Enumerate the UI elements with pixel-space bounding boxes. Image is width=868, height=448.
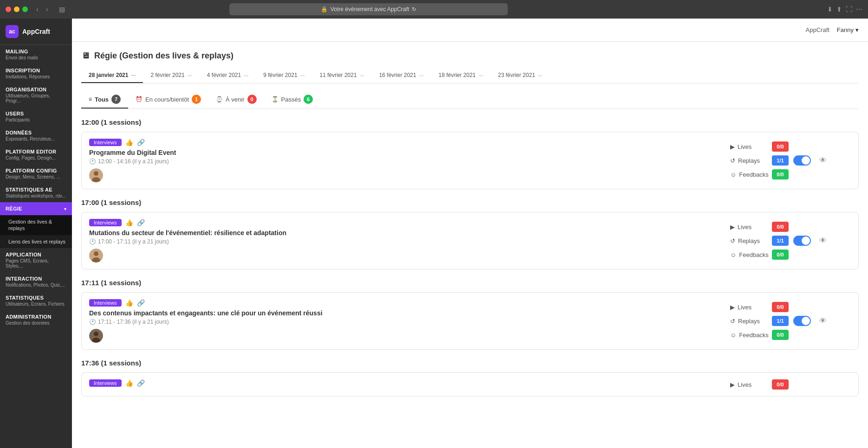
filter-tab-passes[interactable]: ⌛ Passés 6 xyxy=(264,91,321,109)
sidebar-item-statistiques[interactable]: STATISTIQUES Utilisateurs, Ecrans, Fichi… xyxy=(0,291,72,310)
appcraft-label: AppCraft xyxy=(806,26,829,33)
session-card-left-4: Interviews 👍 🔗 xyxy=(89,379,730,390)
date-tab-0[interactable]: 28 janvier 2021 — xyxy=(81,68,143,83)
browser-dots xyxy=(6,6,28,12)
session-card-2: Interviews 👍 🔗 Mutations du secteur de l… xyxy=(81,212,859,269)
close-dot[interactable] xyxy=(6,6,11,12)
session-card-header-3: Interviews 👍 🔗 Des contenus impactants e… xyxy=(89,299,851,343)
session-tag-interviews-4: Interviews xyxy=(89,379,122,387)
session-card-right-1: ▶ Lives 0/0 ↺ Replays 1/1 xyxy=(730,141,851,179)
tab-dash-icon: — xyxy=(360,73,364,78)
browser-url-bar[interactable]: 🔒 Votre événement avec AppCraft ↻ xyxy=(229,3,508,15)
back-button[interactable]: ‹ xyxy=(33,5,41,14)
session-card-left-1: Interviews 👍 🔗 Programme du Digital Even… xyxy=(89,139,730,182)
metric-label-feedbacks-2: ☺ Feedbacks xyxy=(730,251,767,258)
forward-button[interactable]: › xyxy=(43,5,51,14)
filter-tabs: ≡ Tous 7 ⏰ En cours/bientôt 1 ⌚ À venir … xyxy=(81,91,859,109)
sidebar-toggle-button[interactable]: ▤ xyxy=(56,5,68,14)
eye-button-1[interactable]: 👁 xyxy=(819,156,827,165)
filter-tab-a-venir[interactable]: ⌚ À venir 0 xyxy=(208,91,264,109)
main-content: 🖥 Régie (Gestion des lives & replays) 28… xyxy=(72,42,868,448)
time-group-1200: 12:00 (1 sessions) Interviews 👍 🔗 Progra… xyxy=(81,118,859,189)
filter-tab-tous[interactable]: ≡ Tous 7 xyxy=(81,91,128,109)
sidebar-item-inscription[interactable]: INSCRIPTION Invitations, Réponses xyxy=(0,64,72,83)
feedbacks-badge-2: 0/0 xyxy=(772,250,789,260)
sidebar-sub-item-liens-lives[interactable]: Liens des lives et replays xyxy=(0,235,72,248)
metric-label-feedbacks-1: ☺ Feedbacks xyxy=(730,171,767,178)
browser-nav: ‹ › xyxy=(33,5,51,14)
svg-point-1 xyxy=(94,171,98,176)
url-text: Votre événement avec AppCraft xyxy=(330,6,409,13)
user-menu[interactable]: Fanny ▾ xyxy=(837,26,859,33)
session-card-left-3: Interviews 👍 🔗 Des contenus impactants e… xyxy=(89,299,730,343)
menu-button[interactable]: ⋯ xyxy=(856,6,862,13)
date-tab-7[interactable]: 23 février 2021 — xyxy=(491,68,550,83)
user-name: Fanny xyxy=(837,26,854,33)
session-avatar-2 xyxy=(89,249,103,262)
replay-icon-2: ↺ xyxy=(730,237,735,244)
past-icon: ⌛ xyxy=(272,96,279,102)
replays-toggle-2[interactable] xyxy=(793,236,811,246)
browser-actions: ⬇ ⬆ ⛶ ⋯ xyxy=(827,6,862,13)
header-right: AppCraft Fanny ▾ xyxy=(806,26,859,33)
lives-badge-4: 0/0 xyxy=(772,379,789,390)
sidebar-item-administration[interactable]: ADMINISTRATION Gestion des données xyxy=(0,310,72,329)
minimize-dot[interactable] xyxy=(14,6,19,12)
metric-label-replays-1: ↺ Replays xyxy=(730,157,767,164)
session-link-button-1[interactable]: 🔗 xyxy=(137,139,145,146)
filter-tab-en-cours[interactable]: ⏰ En cours/bientôt 1 xyxy=(128,91,208,109)
session-thumbs-up-button-2[interactable]: 👍 xyxy=(125,219,133,226)
eye-button-2[interactable]: 👁 xyxy=(819,237,827,245)
session-thumbs-up-button-4[interactable]: 👍 xyxy=(125,379,133,387)
replay-icon-3: ↺ xyxy=(730,318,735,325)
sidebar-item-donnees[interactable]: DONNÉES Exposants, Recruteus... xyxy=(0,126,72,145)
eye-button-3[interactable]: 👁 xyxy=(819,317,827,325)
session-thumbs-up-button-3[interactable]: 👍 xyxy=(125,299,133,307)
tab-dash-icon: — xyxy=(131,73,136,78)
sidebar: ac AppCraft MAILING Envoi des mails INSC… xyxy=(0,19,72,448)
date-tab-4[interactable]: 11 février 2021 — xyxy=(312,68,372,83)
sidebar-item-platform-config[interactable]: PLATFORM CONFIG Design, Menu, Screens, .… xyxy=(0,164,72,183)
play-icon-1: ▶ xyxy=(730,143,735,150)
sidebar-item-regie[interactable]: RÉGIE ▾ xyxy=(0,202,72,215)
date-tab-6[interactable]: 18 février 2021 — xyxy=(431,68,491,83)
sidebar-item-mailing[interactable]: MAILING Envoi des mails xyxy=(0,45,72,64)
replays-toggle-3[interactable] xyxy=(793,316,811,326)
sidebar-item-users[interactable]: USERS Participants xyxy=(0,107,72,126)
metric-row-lives-2: ▶ Lives 0/0 xyxy=(730,222,789,232)
date-tab-1[interactable]: 2 février 2021 — xyxy=(143,68,199,83)
session-link-button-4[interactable]: 🔗 xyxy=(137,379,145,387)
sidebar-item-organisation[interactable]: ORGANISATION Utilisateurs, Groupes, Prog… xyxy=(0,83,72,107)
filter-badge-en-cours: 1 xyxy=(192,95,201,104)
sidebar-item-interaction[interactable]: INTERACTION Notifications, Photos, Quiz,… xyxy=(0,272,72,291)
time-group-1700: 17:00 (1 sessions) Interviews 👍 🔗 Mutati… xyxy=(81,198,859,269)
sidebar-sub-item-gestion-lives[interactable]: Gestion des lives & replays xyxy=(0,215,72,235)
logo-text: AppCraft xyxy=(22,28,50,35)
session-link-button-2[interactable]: 🔗 xyxy=(137,219,145,226)
download-button[interactable]: ⬇ xyxy=(827,6,833,13)
session-thumbs-up-button-1[interactable]: 👍 xyxy=(125,139,133,146)
sidebar-item-application[interactable]: APPLICATION Pages CMS, Ecrans, Styles,..… xyxy=(0,248,72,272)
tab-dash-icon: — xyxy=(244,73,248,78)
maximize-dot[interactable] xyxy=(22,6,28,12)
feedback-icon-3: ☺ xyxy=(730,332,736,339)
share-button[interactable]: ⬆ xyxy=(836,6,842,13)
session-time-3: 🕐 17:11 - 17:36 (il y a 21 jours) xyxy=(89,319,730,325)
sidebar-item-statistiques-ae[interactable]: STATISTIQUES AE Statistiques workshpos, … xyxy=(0,183,72,202)
sidebar-item-platform-editor[interactable]: PLATFORM EDITOR Config, Pages, Design... xyxy=(0,145,72,164)
clock-icon-1: 🕐 xyxy=(89,158,96,165)
app-container: ac AppCraft MAILING Envoi des mails INSC… xyxy=(0,19,868,448)
replays-toggle-1[interactable] xyxy=(793,155,811,166)
date-tab-2[interactable]: 4 février 2021 — xyxy=(200,68,256,83)
time-group-title-1711: 17:11 (1 sessions) xyxy=(81,279,859,287)
date-tab-5[interactable]: 16 février 2021 — xyxy=(372,68,431,83)
tab-dash-icon: — xyxy=(188,73,192,78)
date-tab-3[interactable]: 9 février 2021 — xyxy=(256,68,312,83)
fullscreen-button[interactable]: ⛶ xyxy=(846,6,852,13)
tab-dash-icon: — xyxy=(419,73,424,78)
regie-header[interactable]: RÉGIE ▾ xyxy=(0,202,72,215)
metric-row-lives-3: ▶ Lives 0/0 xyxy=(730,302,789,312)
metric-row-replays-1: ↺ Replays 1/1 👁 xyxy=(730,155,827,166)
session-card-1: Interviews 👍 🔗 Programme du Digital Even… xyxy=(81,132,859,189)
session-link-button-3[interactable]: 🔗 xyxy=(137,299,145,307)
